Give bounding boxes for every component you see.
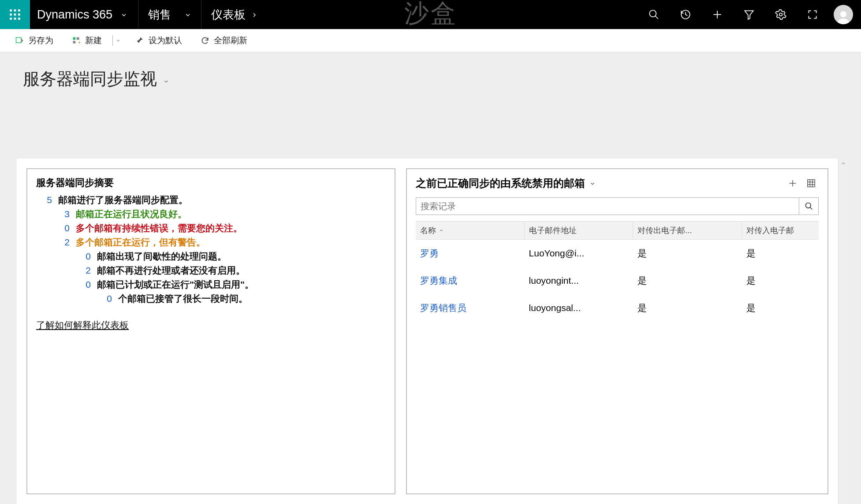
refresh-icon <box>201 36 209 45</box>
search-records-box <box>416 197 819 215</box>
col-email-label: 电子邮件地址 <box>529 225 577 236</box>
grid-header: 名称 电子邮件地址 对传出电子邮... 对传入电子邮 <box>416 221 819 240</box>
save-as-label: 另存为 <box>28 35 53 46</box>
command-bar: 另存为 + 新建 设为默认 全部刷新 <box>0 29 861 53</box>
plus-icon <box>788 178 798 188</box>
user-avatar[interactable] <box>834 5 853 24</box>
cell-name[interactable]: 罗勇集成 <box>416 267 525 294</box>
panel-head: 之前已正确同步的由系统禁用的邮箱 <box>416 176 819 190</box>
summary-level1: 3邮箱正在运行且状况良好。 <box>36 208 386 220</box>
panel-add-button[interactable] <box>785 177 800 190</box>
summary-l2-count: 0 <box>75 279 91 290</box>
new-split-button[interactable] <box>112 35 123 46</box>
top-nav-bar: Dynamics 365 销售 仪表板 沙盒 <box>0 0 861 29</box>
search-go-button[interactable] <box>799 198 818 215</box>
add-button[interactable] <box>701 0 733 29</box>
col-incoming[interactable]: 对传入电子邮 <box>742 222 819 239</box>
svg-marker-14 <box>745 11 753 19</box>
save-as-button[interactable]: 另存为 <box>9 32 60 49</box>
new-label: 新建 <box>85 35 102 46</box>
col-outgoing[interactable]: 对传出电子邮... <box>633 222 742 239</box>
grid-icon <box>806 178 816 188</box>
sandbox-watermark: 沙盒 <box>404 0 457 30</box>
svg-rect-0 <box>10 9 12 11</box>
waffle-icon <box>9 8 21 21</box>
summary-root-text: 邮箱进行了服务器端同步配置。 <box>58 194 188 206</box>
summary-level3: 0 个邮箱已接管了很长一段时间。 <box>36 293 386 305</box>
cell-name[interactable]: 罗勇销售员 <box>416 294 525 322</box>
chevron-down-icon <box>120 8 127 22</box>
search-icon <box>805 202 813 211</box>
summary-l3-text: 个邮箱已接管了很长一段时间。 <box>118 293 248 305</box>
summary-l1-count: 0 <box>54 223 70 233</box>
filter-button[interactable] <box>733 0 765 29</box>
cell-outgoing: 是 <box>633 294 742 322</box>
summary-level2: 2邮箱不再进行处理或者还没有启用。 <box>36 264 386 277</box>
cell-email: luoyongsal... <box>525 294 634 322</box>
nav-area[interactable]: 销售 <box>138 0 201 29</box>
summary-l1-text: 邮箱正在运行且状况良好。 <box>76 208 187 220</box>
summary-l1-text: 多个邮箱正在运行，但有警告。 <box>76 236 205 248</box>
cell-outgoing: 是 <box>633 267 742 294</box>
summary-l1-count: 2 <box>54 237 70 248</box>
gear-icon <box>775 9 786 20</box>
cell-incoming: 是 <box>742 267 819 294</box>
svg-rect-24 <box>808 180 815 187</box>
table-row[interactable]: 罗勇销售员luoyongsal...是是 <box>416 294 819 322</box>
summary-l2-text: 邮箱不再进行处理或者还没有启用。 <box>97 264 245 277</box>
chevron-down-icon <box>184 8 191 22</box>
chevron-right-icon <box>251 8 258 22</box>
table-row[interactable]: 罗勇LuoYong@i...是是 <box>416 240 819 267</box>
save-as-icon <box>15 36 24 45</box>
funnel-icon <box>743 9 755 20</box>
svg-rect-20 <box>73 41 76 44</box>
disabled-mailboxes-panel: 之前已正确同步的由系统禁用的邮箱 <box>406 168 828 494</box>
panel-grid-button[interactable] <box>804 177 819 190</box>
learn-dashboard-link[interactable]: 了解如何解释此仪表板 <box>36 319 129 331</box>
vertical-scrollbar[interactable] <box>838 159 848 504</box>
svg-point-16 <box>840 11 846 17</box>
summary-level1: 2多个邮箱正在运行，但有警告。 <box>36 236 386 248</box>
svg-point-29 <box>805 203 811 208</box>
summary-l2-text: 邮箱已计划或正在运行"测试且启用"。 <box>97 278 254 291</box>
settings-button[interactable] <box>765 0 797 29</box>
svg-rect-6 <box>10 18 12 20</box>
summary-root-count: 5 <box>36 195 52 205</box>
grid-body: 罗勇LuoYong@i...是是罗勇集成luoyongint...是是罗勇销售员… <box>416 240 819 322</box>
page-title-label: 服务器端同步监视 <box>23 68 157 90</box>
refresh-all-button[interactable]: 全部刷新 <box>194 32 253 49</box>
table-row[interactable]: 罗勇集成luoyongint...是是 <box>416 267 819 294</box>
svg-rect-3 <box>10 14 12 16</box>
sync-summary-panel: 服务器端同步摘要 5 邮箱进行了服务器端同步配置。 3邮箱正在运行且状况良好。0… <box>26 168 395 494</box>
col-email[interactable]: 电子邮件地址 <box>525 222 634 239</box>
fullscreen-button[interactable] <box>797 0 828 29</box>
svg-rect-7 <box>14 18 16 20</box>
summary-l2-count: 0 <box>75 251 91 262</box>
sync-summary-title: 服务器端同步摘要 <box>36 176 386 189</box>
caret-down-icon <box>163 70 169 89</box>
search-records-input[interactable] <box>416 198 799 215</box>
panel-title-label: 之前已正确同步的由系统禁用的邮箱 <box>416 176 585 190</box>
summary-level2: 0邮箱已计划或正在运行"测试且启用"。 <box>36 278 386 291</box>
set-default-button[interactable]: 设为默认 <box>129 32 188 49</box>
svg-rect-4 <box>14 14 16 16</box>
summary-l1-text: 多个邮箱有持续性错误，需要您的关注。 <box>76 222 242 234</box>
svg-line-10 <box>655 16 658 19</box>
new-button[interactable]: + 新建 <box>66 32 108 49</box>
caret-down-icon <box>116 38 121 43</box>
brand-title[interactable]: Dynamics 365 <box>30 0 138 29</box>
col-name[interactable]: 名称 <box>416 222 525 239</box>
cell-name[interactable]: 罗勇 <box>416 240 525 267</box>
svg-point-15 <box>779 13 783 16</box>
summary-l2-count: 2 <box>75 265 91 276</box>
svg-rect-5 <box>18 14 20 16</box>
panel-view-selector[interactable]: 之前已正确同步的由系统禁用的邮箱 <box>416 176 596 190</box>
col-incoming-label: 对传入电子邮 <box>746 225 794 236</box>
nav-subarea[interactable]: 仪表板 <box>201 0 268 29</box>
dashboard-selector[interactable]: 服务器端同步监视 <box>23 68 861 90</box>
recent-button[interactable] <box>670 0 701 29</box>
refresh-all-label: 全部刷新 <box>214 35 247 46</box>
search-button[interactable] <box>638 0 670 29</box>
dashboard-wrapper: 服务器端同步摘要 5 邮箱进行了服务器端同步配置。 3邮箱正在运行且状况良好。0… <box>17 159 838 504</box>
app-launcher-button[interactable] <box>0 0 30 29</box>
